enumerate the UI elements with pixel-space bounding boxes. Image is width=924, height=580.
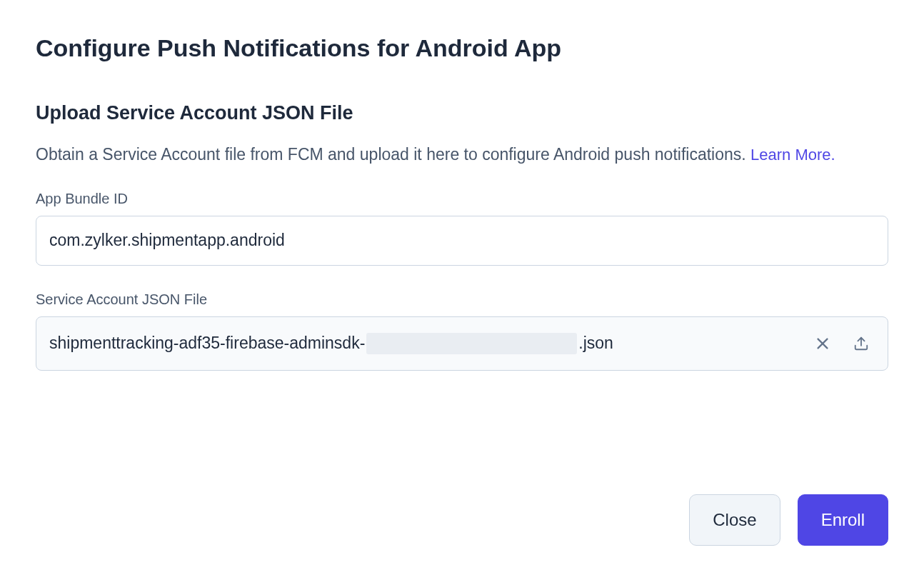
field-bundle-id: App Bundle ID: [36, 191, 888, 266]
modal-title: Configure Push Notifications for Android…: [36, 34, 888, 62]
bundle-id-label: App Bundle ID: [36, 191, 888, 207]
close-icon: [815, 336, 830, 351]
learn-more-link[interactable]: Learn More.: [750, 146, 835, 164]
json-file-label: Service Account JSON File: [36, 291, 888, 308]
filename-redacted: [366, 333, 577, 354]
json-file-input-wrapper: shipmenttracking-adf35-firebase-adminsdk…: [36, 316, 888, 371]
dialog-actions: Close Enroll: [689, 494, 888, 546]
section-description-text: Obtain a Service Account file from FCM a…: [36, 145, 750, 164]
section-title: Upload Service Account JSON File: [36, 102, 888, 124]
enroll-button[interactable]: Enroll: [798, 494, 888, 546]
clear-file-button[interactable]: [809, 330, 836, 357]
json-file-name: shipmenttracking-adf35-firebase-adminsdk…: [49, 333, 798, 354]
field-json-file: Service Account JSON File shipmenttracki…: [36, 291, 888, 371]
bundle-id-input[interactable]: [36, 216, 888, 266]
upload-icon: [853, 336, 869, 351]
section-description: Obtain a Service Account file from FCM a…: [36, 141, 888, 168]
filename-suffix: .json: [578, 334, 613, 353]
filename-prefix: shipmenttracking-adf35-firebase-adminsdk…: [49, 334, 365, 353]
close-button[interactable]: Close: [689, 494, 780, 546]
upload-file-button[interactable]: [848, 330, 875, 357]
